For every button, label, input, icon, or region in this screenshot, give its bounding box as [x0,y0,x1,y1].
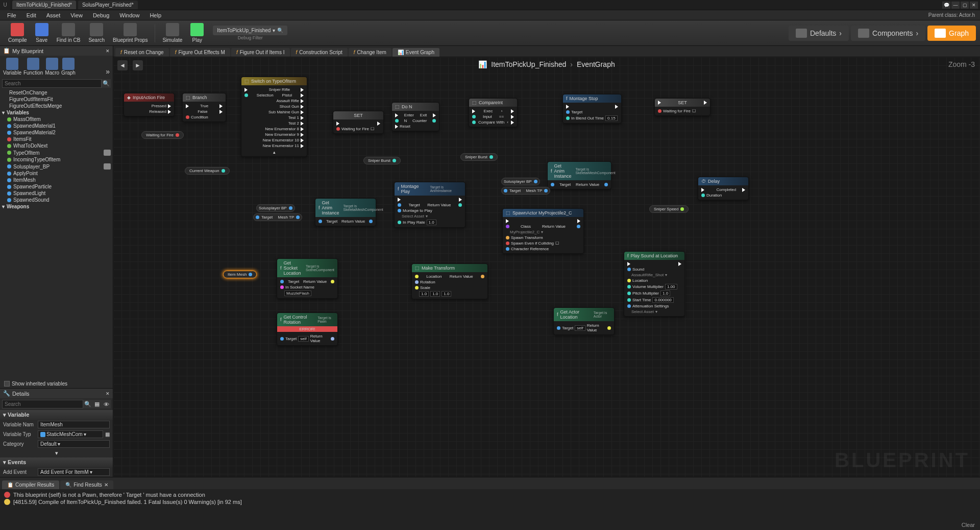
compare-int-node[interactable]: ⬚ CompareInt Exec› Input== Compare With‹ [469,98,518,127]
menu-asset[interactable]: Asset [41,12,66,18]
add-graph-button[interactable]: Graph [61,58,76,76]
simulate-button[interactable]: Simulate [158,22,186,44]
function-item[interactable]: FigureOutEffectsMerge [0,103,113,109]
eye-icon[interactable]: 👁 [102,400,111,408]
breadcrumb[interactable]: 📊ItemToPickUp_Finished›EventGraph [478,60,615,68]
variable-section-header[interactable]: ▾ Variable [0,410,113,420]
error-message[interactable]: This blueprint (self) is not a Pawn, the… [4,491,976,498]
blueprint-props-button[interactable]: Blueprint Props [109,22,152,44]
variable-item[interactable]: ItemsFit [0,136,113,142]
grid-icon[interactable]: ▦ [92,400,102,408]
branch-node[interactable]: ⬚ Branch True False Condition [182,93,226,122]
close-icon[interactable]: ✕ [106,49,110,54]
graph-tab[interactable]: fFigure Out Effects M [170,48,230,57]
play-button[interactable]: Play [186,22,208,44]
variable-item[interactable]: SpawnedSound [0,197,113,203]
expand-icon[interactable]: » [106,67,110,76]
minimize-icon[interactable]: — [951,2,960,9]
search-icon[interactable]: 🔍 [83,400,92,408]
search-icon[interactable]: 🔍 [102,79,111,88]
set-node[interactable]: SET Waiting for Fire ☐ [333,111,384,134]
montage-play-node[interactable]: f Montage PlayTarget is AnimInstance Tar… [394,182,465,228]
sniper-burst-pill[interactable]: Sniper Burst [460,153,498,161]
close-icon[interactable]: ✕ [104,482,108,488]
variable-item[interactable]: SpawnedParticle [0,183,113,190]
compiler-results-tab[interactable]: 📋Compiler Results [2,480,59,489]
nav-forward-icon[interactable]: ► [133,60,143,70]
variable-item[interactable]: SpawnedMaterial2 [0,129,113,136]
add-event-combo[interactable]: Add Event For ItemM ▾ [38,468,110,476]
function-item[interactable]: ResetOnChange [0,89,113,96]
function-item[interactable]: FigureOutIfItemsFit [0,96,113,103]
graph-tab[interactable]: fReset on Change [115,48,169,57]
expand-icon[interactable]: ▾ [55,450,58,456]
compile-button[interactable]: Compile [4,22,31,44]
item-mesh-pill[interactable]: Item Mesh [223,271,257,278]
show-inherited-checkbox[interactable]: Show inherited variables [0,379,113,388]
nav-back-icon[interactable]: ◄ [117,60,128,70]
eye-icon[interactable] [104,150,111,156]
menu-debug[interactable]: Debug [88,12,114,18]
mesh-tp-pill[interactable]: Target Mesh TP [253,213,302,221]
mesh-tp-pill[interactable]: Target Mesh TP [501,187,550,195]
variable-item[interactable]: ItemMesh [0,177,113,183]
search-button[interactable]: Search [84,22,109,44]
variable-item[interactable]: SpawnedMaterial1 [0,123,113,129]
weapons-header[interactable]: ▾Weapons [0,203,113,210]
current-weapon-pill[interactable]: Current Weapon [185,167,230,175]
variables-header[interactable]: ▾Variables [0,109,113,116]
add-macro-button[interactable]: Macro [45,58,59,76]
graph-tab[interactable]: 📊Event Graph [393,48,439,57]
waiting-for-fire-pill[interactable]: Waiting for Fire [141,131,184,139]
clear-button[interactable]: Clear [962,522,975,528]
variable-item[interactable]: Solusplayer_BP [0,163,113,170]
variable-type-combo[interactable]: StaticMeshCom▾ [38,430,103,438]
montage-stop-node[interactable]: f Montage Stop Target In Blend Out Time … [562,94,622,124]
spawn-actor-node[interactable]: ⬚ SpawnActor MyProjectile2_C ClassReturn… [502,208,584,254]
close-icon[interactable]: ✕ [970,2,978,9]
maximize-icon[interactable]: ▢ [961,2,969,9]
save-button[interactable]: Save [31,22,53,44]
components-nav-button[interactable]: Components› [851,26,925,41]
variable-item[interactable]: MassOfItem [0,116,113,123]
search-icon[interactable]: 🔍 [277,28,283,33]
add-function-button[interactable]: Function [23,58,43,76]
defaults-nav-button[interactable]: Defaults› [789,26,849,41]
menu-edit[interactable]: Edit [21,12,41,18]
do-n-node[interactable]: ⬚ Do N EnterExit NCounter Reset [391,102,439,131]
warning-message[interactable]: [4815.59] Compile of ItemToPickUp_Finish… [4,498,976,505]
get-anim-instance-node[interactable]: f Get Anim InstanceTarget is SkeletalMes… [315,198,376,226]
add-variable-button[interactable]: Variable [3,58,21,76]
sniper-burst-pill[interactable]: Sniper Burst [363,157,401,164]
events-section-header[interactable]: ▾ Events [0,457,113,467]
play-sound-node[interactable]: f Play Sound at Location Sound AssaultRi… [624,251,685,317]
menu-help[interactable]: Help [144,12,166,18]
switch-node[interactable]: ⬚ Switch on TypeOfItem Sniper Rifle Sele… [241,77,307,157]
get-anim-instance-node[interactable]: f Get Anim InstanceTarget is SkeletalMes… [547,161,611,189]
grid-icon[interactable]: ▦ [105,431,110,437]
details-search-input[interactable] [2,400,83,408]
variable-item[interactable]: WhatToDoNext [0,142,113,149]
find-results-tab[interactable]: 🔍Find Results✕ [60,480,113,489]
graph-nav-button[interactable]: Graph [927,26,976,41]
sniper-speed-pill[interactable]: Sniper Speed [649,205,689,213]
menu-window[interactable]: Window [114,12,144,18]
title-tab[interactable]: SolusPlayer_Finished* [78,1,138,9]
get-control-rotation-node[interactable]: f Get Control RotationTarget is Pawn ERR… [277,312,338,346]
help-icon[interactable]: 💬 [942,2,950,9]
variable-name-input[interactable] [38,421,110,428]
title-tab[interactable]: ItemToPickUp_Finished* [12,1,76,9]
graph-canvas[interactable]: ◄ ► 📊ItemToPickUp_Finished›EventGraph Zo… [113,57,980,477]
variable-item[interactable]: SpawnedLight [0,190,113,197]
delay-node[interactable]: ⏱ Delay Completed Duration [698,177,749,200]
graph-tab[interactable]: fFigure Out if Items I [231,48,290,57]
make-transform-node[interactable]: ⬚ Make Transform LocationReturn Value Ro… [411,263,488,299]
variable-item[interactable]: TypeOfItem [0,149,113,156]
blueprint-search-input[interactable] [2,79,102,88]
eye-icon[interactable] [104,163,111,170]
variable-item[interactable]: ApplyPoint [0,170,113,177]
graph-tab[interactable]: fConstruction Script [291,48,348,57]
graph-tab[interactable]: fChange Item [349,48,391,57]
close-icon[interactable]: ✕ [106,391,110,396]
input-action-node[interactable]: ◆ InputAction Fire Pressed Released [124,93,175,116]
